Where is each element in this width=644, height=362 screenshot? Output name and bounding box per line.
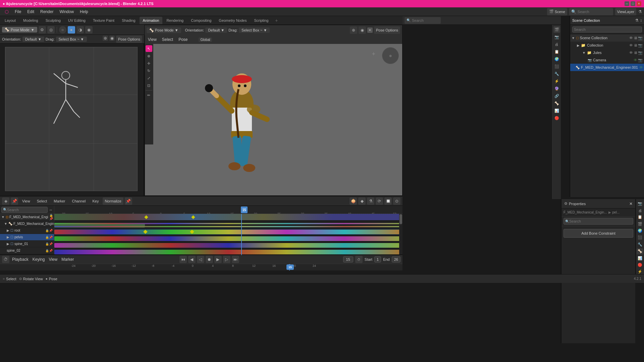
output-icon-props[interactable]: 🖨 xyxy=(553,41,560,48)
filter-scene-icon[interactable]: ⚗ xyxy=(635,18,639,23)
jump-start-btn[interactable]: ⏮ xyxy=(179,256,187,263)
frame-ruler-top[interactable]: 15 -20 -15 -10 -5 0 5 10 15 20 25 30 35 … xyxy=(54,206,402,214)
annotate-tool[interactable]: ✏ xyxy=(146,92,152,99)
ch-object[interactable]: ▼ ⊡ F_MED_Mechanical_Engi 🔒📌 xyxy=(0,214,54,221)
rev-play-btn[interactable]: ◁ xyxy=(197,256,204,263)
modifier-icon-props[interactable]: 🔧 xyxy=(553,70,560,77)
tab-geometry-nodes[interactable]: Geometry Nodes xyxy=(215,17,250,24)
view-layer-icon-props[interactable]: 📋 xyxy=(553,48,560,55)
editor-type-btn2[interactable]: ⏱ xyxy=(2,256,9,263)
view-layer-props-icon[interactable]: 📋 xyxy=(637,214,643,220)
snap-btn[interactable]: 🔲 xyxy=(384,197,392,205)
eye-icon-scene[interactable]: 👁 xyxy=(629,36,633,40)
dope-vscroll-thumb[interactable] xyxy=(399,214,402,224)
frame-indicator-top[interactable]: 15 xyxy=(241,206,248,213)
ch-spine01[interactable]: ▶ ☐ spine_01 🔒📌 xyxy=(0,241,54,247)
minimize-button[interactable]: ─ xyxy=(625,1,629,6)
scene-selector[interactable]: 🎬 Scene xyxy=(547,8,567,15)
modifier-props-icon[interactable]: 🔧 xyxy=(637,241,643,247)
render-icon-jules[interactable]: 📷 xyxy=(638,51,643,55)
play-btn[interactable]: ▶ xyxy=(214,256,222,263)
keyframe-type-btn[interactable]: ◆ xyxy=(358,197,366,205)
orientation-dropdown-left[interactable]: Default ▼ xyxy=(22,37,44,42)
transform-tool[interactable]: ⊡ xyxy=(146,82,152,89)
pin-btn-dope[interactable]: 📌 xyxy=(125,197,132,205)
render-icon-props[interactable]: 📷 xyxy=(553,34,560,40)
scale-tool[interactable]: ⤢ xyxy=(146,75,152,81)
scene-icon-props[interactable]: 🎬 xyxy=(553,26,560,33)
render-icon-scene[interactable]: 📷 xyxy=(638,36,643,40)
constraints-icon-props[interactable]: 🔗 xyxy=(553,93,560,99)
vp-orient-dropdown[interactable]: Default ▼ xyxy=(205,27,227,33)
ch-root[interactable]: ▶ ☐ root 🔒📌 xyxy=(0,227,54,234)
select-menu-dope[interactable]: Select xyxy=(34,198,50,204)
pose-options-btn-left[interactable]: Pose Options xyxy=(116,36,142,43)
dope-vscroll[interactable] xyxy=(399,214,402,255)
navigation-gizmo[interactable]: ⊕ xyxy=(382,47,399,64)
menu-render[interactable]: Render xyxy=(38,9,56,15)
render-icon-col[interactable]: 📷 xyxy=(638,43,643,48)
bone-search-input[interactable] xyxy=(569,219,632,223)
proportional-btn[interactable]: ⊙ xyxy=(393,197,400,205)
viewport-content[interactable]: + ⊕ xyxy=(145,44,402,196)
vp-select-menu[interactable]: Select xyxy=(161,37,174,43)
object-props-icon[interactable]: ⬛ xyxy=(637,235,643,241)
tab-uv-editing[interactable]: UV Editing xyxy=(65,17,89,24)
monitor-icon-jules[interactable]: 🖥 xyxy=(634,51,637,55)
xray-toggle[interactable]: ◎ xyxy=(47,26,55,34)
sync-btn[interactable]: ⟳ xyxy=(376,197,383,205)
wireframe-btn[interactable]: ○ xyxy=(59,26,66,34)
bone-panel-close[interactable]: ✕ xyxy=(629,201,633,206)
tab-compositing[interactable]: Compositing xyxy=(187,17,215,24)
eye-icon-cam[interactable]: 👁 xyxy=(634,58,637,62)
split-handle-vertical[interactable] xyxy=(144,25,145,196)
filter-icon[interactable]: ⚗ xyxy=(638,9,642,14)
data-props-icon[interactable]: 📊 xyxy=(637,255,643,261)
key-menu-dope[interactable]: Key xyxy=(90,198,101,204)
playback-menu[interactable]: Playback xyxy=(11,256,30,262)
global-search-input[interactable] xyxy=(578,10,611,14)
tab-scripting[interactable]: Scripting xyxy=(251,17,272,24)
eye-icon-arm[interactable]: 👁 xyxy=(639,65,643,70)
jump-end-btn[interactable]: ⏭ xyxy=(232,256,239,263)
scene-collection-item[interactable]: ▼ □ Scene Collection 👁 🖥 📷 xyxy=(570,34,644,42)
sort-scene-icon[interactable]: ↕ xyxy=(640,18,642,23)
keying-menu[interactable]: Keying xyxy=(31,256,46,262)
monitor-icon-scene[interactable]: 🖥 xyxy=(634,36,637,40)
thumbnail-viewport[interactable] xyxy=(5,47,138,191)
material-btn[interactable]: ◑ xyxy=(76,26,84,34)
ch-armature[interactable]: ▼ 🦴 F_MED_Mechanical_Engin. 🔒📌 xyxy=(0,221,54,227)
pose-mode-dropdown[interactable]: 🦴 Pose Mode ▼ xyxy=(2,27,37,33)
solid-btn[interactable]: ● xyxy=(68,26,75,34)
jules-item[interactable]: ▼ 📁 Jules 👁 🖥 📷 xyxy=(570,49,644,56)
marker-menu-play[interactable]: Marker xyxy=(60,256,75,262)
eye-icon-col[interactable]: 👁 xyxy=(629,43,633,48)
material-icon-props[interactable]: 🔴 xyxy=(553,115,560,121)
menu-help[interactable]: Help xyxy=(77,9,91,15)
pose-mode-dropdown-vp[interactable]: 🦴 Pose Mode ▼ xyxy=(147,27,181,33)
output-props-icon[interactable]: 🖨 xyxy=(637,207,643,213)
menu-edit[interactable]: Edit xyxy=(24,9,37,15)
dope-search-input[interactable] xyxy=(7,208,34,212)
bottom-frame-ruler[interactable]: -24 -20 -16 -12 -8 -4 0 4 8 12 16 20 24 … xyxy=(0,264,402,270)
ch-pelvis[interactable]: ▶ ☐ pelvis 🔒📌 xyxy=(0,234,54,241)
vp-pose-menu[interactable]: Pose xyxy=(177,37,189,43)
camera-item[interactable]: 📷 Camera 👁 📷 xyxy=(570,56,644,64)
scene-props-icon[interactable]: 🎬 xyxy=(637,221,643,227)
end-frame-input[interactable]: 26 xyxy=(392,256,400,262)
vp-view-menu[interactable]: View xyxy=(147,37,158,43)
tab-rendering[interactable]: Rendering xyxy=(163,17,187,24)
normalize-btn[interactable]: Normalize xyxy=(103,197,123,205)
tab-animation[interactable]: Animation xyxy=(140,17,163,24)
view-menu-play[interactable]: View xyxy=(47,256,59,262)
new-workspace-button[interactable]: + xyxy=(272,17,280,24)
drag-dropdown-left[interactable]: Select Box ~ ▼ xyxy=(56,37,87,42)
close-button[interactable]: ✕ xyxy=(637,1,641,6)
prev-frame-btn[interactable]: ◀ xyxy=(188,256,196,263)
cursor-tool[interactable]: ⊕ xyxy=(146,53,152,59)
scene-search-input-top[interactable] xyxy=(412,18,439,22)
maximize-button[interactable]: □ xyxy=(631,1,635,6)
vp-pose-options-btn[interactable]: Pose Options xyxy=(374,26,400,34)
particles-icon-props[interactable]: ⚡ xyxy=(553,78,560,84)
view-layer-btn[interactable]: ViewLayer xyxy=(615,8,636,15)
